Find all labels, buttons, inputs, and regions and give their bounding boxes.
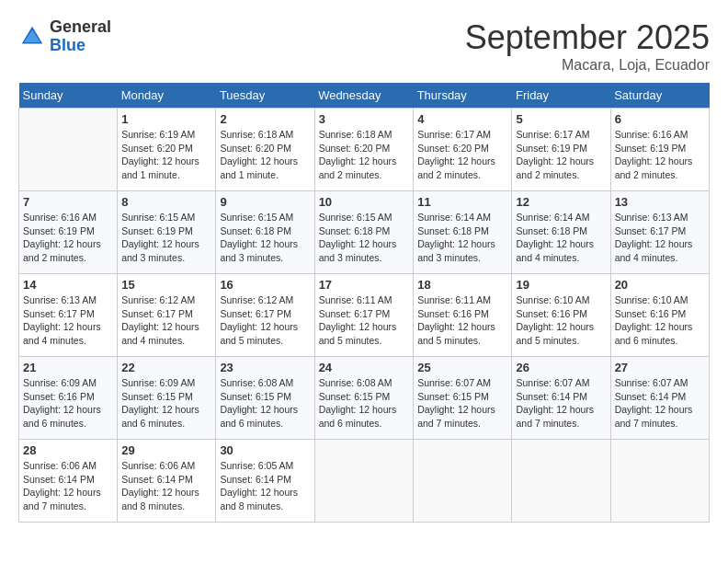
day-number: 19 [516,278,606,292]
day-number: 7 [23,195,113,209]
calendar-cell: 13Sunrise: 6:13 AM Sunset: 6:17 PM Dayli… [610,191,709,274]
day-info: Sunrise: 6:11 AM Sunset: 6:17 PM Dayligh… [319,293,410,348]
day-info: Sunrise: 6:18 AM Sunset: 6:20 PM Dayligh… [319,128,410,182]
col-header-friday: Friday [512,83,610,109]
day-number: 18 [417,278,507,292]
col-header-sunday: Sunday [19,83,118,109]
page-header: General Blue September 2025 Macara, Loja… [18,18,710,74]
day-info: Sunrise: 6:15 AM Sunset: 6:18 PM Dayligh… [220,211,310,265]
day-number: 9 [220,195,310,209]
day-number: 21 [23,361,113,374]
day-number: 5 [516,112,606,126]
calendar-cell: 5Sunrise: 6:17 AM Sunset: 6:19 PM Daylig… [512,109,610,191]
calendar-cell: 12Sunrise: 6:14 AM Sunset: 6:18 PM Dayli… [512,191,610,274]
day-info: Sunrise: 6:10 AM Sunset: 6:16 PM Dayligh… [516,293,606,348]
day-info: Sunrise: 6:14 AM Sunset: 6:18 PM Dayligh… [516,211,606,265]
calendar-cell: 9Sunrise: 6:15 AM Sunset: 6:18 PM Daylig… [216,191,314,274]
day-number: 10 [319,195,410,209]
day-info: Sunrise: 6:12 AM Sunset: 6:17 PM Dayligh… [220,293,310,348]
calendar-week-row: 21Sunrise: 6:09 AM Sunset: 6:16 PM Dayli… [19,357,710,440]
calendar-cell: 28Sunrise: 6:06 AM Sunset: 6:14 PM Dayli… [19,440,118,523]
calendar-cell: 27Sunrise: 6:07 AM Sunset: 6:14 PM Dayli… [610,357,709,440]
calendar-cell: 25Sunrise: 6:07 AM Sunset: 6:15 PM Dayli… [414,357,512,440]
calendar-week-row: 1Sunrise: 6:19 AM Sunset: 6:20 PM Daylig… [19,109,710,191]
month-title: September 2025 [465,18,710,57]
calendar-cell: 20Sunrise: 6:10 AM Sunset: 6:16 PM Dayli… [610,274,709,357]
day-number: 12 [516,195,606,209]
calendar-cell: 22Sunrise: 6:09 AM Sunset: 6:15 PM Dayli… [118,357,216,440]
day-info: Sunrise: 6:07 AM Sunset: 6:14 PM Dayligh… [615,376,705,431]
day-number: 24 [319,361,410,374]
logo-blue-text: Blue [50,37,111,55]
col-header-saturday: Saturday [610,83,709,109]
calendar-cell [314,440,414,523]
day-info: Sunrise: 6:13 AM Sunset: 6:17 PM Dayligh… [23,293,113,348]
calendar-cell: 17Sunrise: 6:11 AM Sunset: 6:17 PM Dayli… [314,274,414,357]
calendar-cell: 23Sunrise: 6:08 AM Sunset: 6:15 PM Dayli… [216,357,314,440]
day-number: 11 [417,195,507,209]
day-number: 26 [516,361,606,374]
day-info: Sunrise: 6:07 AM Sunset: 6:14 PM Dayligh… [516,376,606,431]
day-info: Sunrise: 6:11 AM Sunset: 6:16 PM Dayligh… [417,293,507,348]
day-info: Sunrise: 6:13 AM Sunset: 6:17 PM Dayligh… [615,211,705,265]
calendar-week-row: 7Sunrise: 6:16 AM Sunset: 6:19 PM Daylig… [19,191,710,274]
day-info: Sunrise: 6:09 AM Sunset: 6:15 PM Dayligh… [121,376,211,431]
day-info: Sunrise: 6:07 AM Sunset: 6:15 PM Dayligh… [417,376,507,431]
calendar-cell: 11Sunrise: 6:14 AM Sunset: 6:18 PM Dayli… [414,191,512,274]
calendar-header-row: SundayMondayTuesdayWednesdayThursdayFrid… [19,83,710,109]
day-info: Sunrise: 6:17 AM Sunset: 6:20 PM Dayligh… [417,128,507,182]
day-info: Sunrise: 6:15 AM Sunset: 6:19 PM Dayligh… [121,211,211,265]
day-info: Sunrise: 6:08 AM Sunset: 6:15 PM Dayligh… [220,376,310,431]
calendar-cell: 18Sunrise: 6:11 AM Sunset: 6:16 PM Dayli… [414,274,512,357]
calendar-cell: 2Sunrise: 6:18 AM Sunset: 6:20 PM Daylig… [216,109,314,191]
calendar-table: SundayMondayTuesdayWednesdayThursdayFrid… [18,83,710,523]
day-number: 8 [121,195,211,209]
day-number: 28 [23,443,113,457]
location-subtitle: Macara, Loja, Ecuador [465,57,710,74]
calendar-cell [414,440,512,523]
calendar-cell: 30Sunrise: 6:05 AM Sunset: 6:14 PM Dayli… [216,440,314,523]
calendar-cell: 3Sunrise: 6:18 AM Sunset: 6:20 PM Daylig… [314,109,414,191]
day-number: 30 [220,443,310,457]
col-header-tuesday: Tuesday [216,83,314,109]
day-number: 15 [121,278,211,292]
day-info: Sunrise: 6:10 AM Sunset: 6:16 PM Dayligh… [615,293,705,348]
day-info: Sunrise: 6:08 AM Sunset: 6:15 PM Dayligh… [319,376,410,431]
day-number: 2 [220,112,310,126]
day-number: 14 [23,278,113,292]
day-number: 22 [121,361,211,374]
calendar-week-row: 14Sunrise: 6:13 AM Sunset: 6:17 PM Dayli… [19,274,710,357]
calendar-cell [19,109,118,191]
calendar-cell: 7Sunrise: 6:16 AM Sunset: 6:19 PM Daylig… [19,191,118,274]
calendar-cell: 26Sunrise: 6:07 AM Sunset: 6:14 PM Dayli… [512,357,610,440]
calendar-cell: 15Sunrise: 6:12 AM Sunset: 6:17 PM Dayli… [118,274,216,357]
day-number: 13 [615,195,705,209]
day-number: 1 [121,112,211,126]
day-number: 16 [220,278,310,292]
col-header-thursday: Thursday [414,83,512,109]
calendar-cell: 24Sunrise: 6:08 AM Sunset: 6:15 PM Dayli… [314,357,414,440]
day-info: Sunrise: 6:05 AM Sunset: 6:14 PM Dayligh… [220,459,310,513]
day-info: Sunrise: 6:15 AM Sunset: 6:18 PM Dayligh… [319,211,410,265]
day-info: Sunrise: 6:19 AM Sunset: 6:20 PM Dayligh… [121,128,211,182]
day-info: Sunrise: 6:06 AM Sunset: 6:14 PM Dayligh… [121,459,211,513]
day-info: Sunrise: 6:16 AM Sunset: 6:19 PM Dayligh… [23,211,113,265]
title-block: September 2025 Macara, Loja, Ecuador [465,18,710,74]
calendar-cell: 10Sunrise: 6:15 AM Sunset: 6:18 PM Dayli… [314,191,414,274]
logo-icon [18,23,46,51]
day-info: Sunrise: 6:06 AM Sunset: 6:14 PM Dayligh… [23,459,113,513]
logo: General Blue [18,18,111,55]
day-number: 4 [417,112,507,126]
calendar-cell: 4Sunrise: 6:17 AM Sunset: 6:20 PM Daylig… [414,109,512,191]
day-info: Sunrise: 6:16 AM Sunset: 6:19 PM Dayligh… [615,128,705,182]
calendar-week-row: 28Sunrise: 6:06 AM Sunset: 6:14 PM Dayli… [19,440,710,523]
day-info: Sunrise: 6:14 AM Sunset: 6:18 PM Dayligh… [417,211,507,265]
calendar-cell [610,440,709,523]
logo-general-text: General [50,18,111,37]
day-info: Sunrise: 6:09 AM Sunset: 6:16 PM Dayligh… [23,376,113,431]
day-number: 25 [417,361,507,374]
day-info: Sunrise: 6:12 AM Sunset: 6:17 PM Dayligh… [121,293,211,348]
day-number: 20 [615,278,705,292]
calendar-cell: 8Sunrise: 6:15 AM Sunset: 6:19 PM Daylig… [118,191,216,274]
col-header-monday: Monday [118,83,216,109]
